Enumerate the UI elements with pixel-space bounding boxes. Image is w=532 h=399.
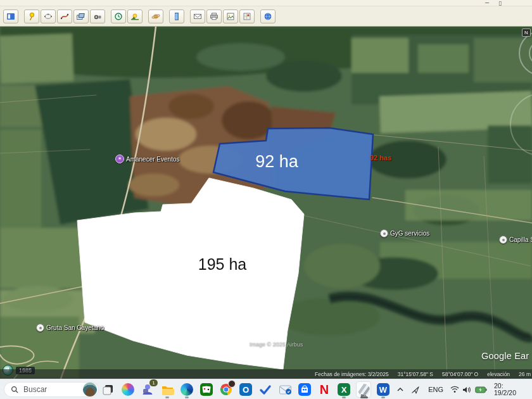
google-earth-watermark: Google Ear xyxy=(481,351,529,361)
excel-icon[interactable]: X xyxy=(336,381,352,398)
add-placemark-icon[interactable] xyxy=(24,10,39,23)
chrome-icon[interactable] xyxy=(218,381,234,398)
solitaire-icon[interactable] xyxy=(199,381,214,398)
view-in-maps-icon[interactable] xyxy=(239,10,255,23)
search-input[interactable]: Buscar xyxy=(4,382,99,397)
historical-imagery-icon[interactable] xyxy=(111,10,126,23)
window-titlebar: – ▯ xyxy=(0,0,532,6)
todo-icon[interactable] xyxy=(258,381,273,398)
save-image-icon[interactable] xyxy=(223,10,238,23)
file-explorer-icon[interactable] xyxy=(160,381,175,398)
volume-icon[interactable] xyxy=(460,386,473,394)
imagery-date: Fechas de imágenes: 3/2/2025 xyxy=(315,371,389,377)
place-dot-icon xyxy=(499,236,507,244)
desktop: – ▯ xyxy=(0,0,532,399)
battery-icon[interactable] xyxy=(473,386,488,393)
teams-icon[interactable]: 1 xyxy=(140,381,155,398)
windows-taskbar: Buscar 1 O xyxy=(0,379,532,399)
parcel-92-label: 92 ha xyxy=(255,152,298,172)
add-polygon-icon[interactable] xyxy=(41,10,56,23)
place-gyg-servicios[interactable]: GyG servicios xyxy=(380,229,429,238)
language-indicator[interactable]: ENG xyxy=(428,386,443,393)
tray-date: 19/2/20 xyxy=(494,390,532,397)
status-bar: Fechas de imágenes: 3/2/2025 31°15'07.58… xyxy=(0,369,532,379)
location-arrow-icon[interactable] xyxy=(407,386,422,394)
wifi-icon[interactable] xyxy=(449,386,460,393)
place-dot-icon xyxy=(36,324,44,332)
record-tour-icon[interactable] xyxy=(90,10,105,23)
search-placeholder: Buscar xyxy=(23,385,79,394)
taskbar-clock[interactable]: 20: 19/2/20 xyxy=(494,383,532,397)
elevation-label: elevación xyxy=(487,371,510,377)
outlook-icon[interactable]: O xyxy=(238,381,253,398)
teams-notification-badge: 1 xyxy=(149,379,158,386)
netflix-icon[interactable]: N xyxy=(317,381,332,398)
globe-icon[interactable] xyxy=(260,10,276,23)
microsoft-store-icon[interactable] xyxy=(297,381,312,398)
add-path-icon[interactable] xyxy=(57,10,72,23)
task-view-icon[interactable] xyxy=(101,381,116,398)
copilot-icon[interactable] xyxy=(120,381,136,398)
place-dot-icon xyxy=(380,229,388,238)
mail-icon[interactable] xyxy=(277,381,293,398)
ruler-icon[interactable] xyxy=(169,10,184,23)
parcel-195-label: 195 ha xyxy=(198,255,246,274)
place-capilla[interactable]: Capilla S xyxy=(499,236,532,244)
google-earth-pro-icon[interactable]: Pro xyxy=(356,381,371,398)
place-amanecer-eventos[interactable]: ✶ Amanecer Eventos xyxy=(115,155,180,163)
edge-icon[interactable] xyxy=(179,381,194,398)
google-earth-toolbar xyxy=(0,6,532,27)
add-image-overlay-icon[interactable] xyxy=(73,10,89,23)
sidebar-toggle-icon[interactable] xyxy=(3,10,18,23)
email-icon[interactable] xyxy=(190,10,205,23)
sunlight-icon[interactable] xyxy=(127,10,142,23)
print-icon[interactable] xyxy=(206,10,222,23)
compass-north-indicator[interactable]: N xyxy=(522,28,531,37)
maximize-icon[interactable]: ▯ xyxy=(498,0,502,6)
planets-icon[interactable] xyxy=(148,10,163,23)
minimize-icon[interactable]: – xyxy=(485,0,489,6)
parcel-92-annotation: 92 has xyxy=(370,154,391,162)
map-viewport[interactable]: 92 ha 195 ha 92 has ✶ Amanecer Eventos G… xyxy=(0,27,532,379)
imagery-copyright: Image © 2025 Airbus xyxy=(250,341,303,348)
latitude: 31°15'07.58" S xyxy=(398,371,433,377)
word-icon[interactable]: W xyxy=(376,381,391,398)
elevation-value: 26 m xyxy=(519,371,531,377)
search-icon xyxy=(11,386,19,394)
place-gruta-san-cayetano[interactable]: Gruta San Cayetano xyxy=(36,324,104,332)
tray-chevron-up-icon[interactable] xyxy=(393,386,407,393)
longitude: 58°04'07.00" O xyxy=(442,371,478,377)
events-place-icon: ✶ xyxy=(115,155,124,163)
chrome-profile-badge xyxy=(228,380,236,388)
bing-daily-image-icon[interactable] xyxy=(83,383,97,396)
